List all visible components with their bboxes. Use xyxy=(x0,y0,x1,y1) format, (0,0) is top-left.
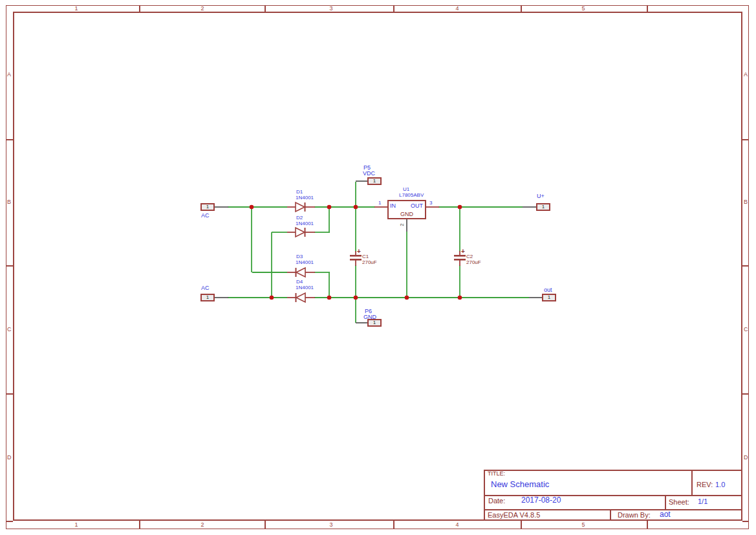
drawn-by-value[interactable]: aot xyxy=(660,510,671,519)
u1-ref[interactable]: U1 xyxy=(403,186,409,192)
drawn-by-label: Drawn By: xyxy=(618,511,651,519)
d2-ref[interactable]: D2 xyxy=(296,215,303,221)
port-p5-vdc[interactable]: 1 xyxy=(367,177,382,185)
date-value[interactable]: 2017-08-20 xyxy=(521,496,561,505)
d1-value[interactable]: 1N4001 xyxy=(296,195,314,201)
port-u-plus[interactable]: 1 xyxy=(536,203,550,211)
date-label: Date: xyxy=(488,497,505,505)
port-ac-top[interactable]: 1 xyxy=(200,203,215,211)
diode-d3-symbol[interactable] xyxy=(296,268,306,277)
port-ac-bottom[interactable]: 1 xyxy=(200,294,215,301)
schematic-drawing xyxy=(0,0,756,535)
port-out[interactable]: 1 xyxy=(542,294,556,301)
schematic-canvas[interactable]: 1 2 3 4 5 1 2 3 4 5 A B C D A B C D xyxy=(0,0,756,535)
port-pin-number: 1 xyxy=(542,204,545,210)
c2-value[interactable]: 270uF xyxy=(466,259,481,265)
port-pin-number: 1 xyxy=(373,320,376,325)
d3-ref[interactable]: D3 xyxy=(296,254,303,259)
net-label-vdc[interactable]: VDC xyxy=(363,170,375,177)
title-block-divider xyxy=(691,470,693,496)
u1-value[interactable]: L7805ABV xyxy=(399,192,424,198)
diode-d2-symbol[interactable] xyxy=(296,228,305,237)
rev-label: REV: xyxy=(697,481,713,488)
sheet-value[interactable]: 1/1 xyxy=(698,497,707,505)
rev-value[interactable]: 1.0 xyxy=(715,481,725,488)
c2-polarity-plus: + xyxy=(461,248,465,255)
u1-pin2-number: 2 xyxy=(399,223,405,226)
port-pin-number: 1 xyxy=(373,178,376,184)
d4-value[interactable]: 1N4001 xyxy=(296,285,314,290)
u1-pin1-number: 1 xyxy=(378,200,381,206)
diode-d1-symbol[interactable] xyxy=(296,202,305,212)
title-block-divider xyxy=(484,509,742,510)
d2-value[interactable]: 1N4001 xyxy=(296,221,314,226)
software-version: EasyEDA V4.8.5 xyxy=(488,511,540,519)
capacitor-c1-symbol[interactable] xyxy=(350,255,362,261)
net-label-gnd[interactable]: GND xyxy=(363,314,376,320)
capacitor-c2-symbol[interactable] xyxy=(454,255,466,261)
net-label-u-plus[interactable]: U+ xyxy=(537,193,545,199)
port-pin-number: 1 xyxy=(206,294,209,300)
net-label-ac-top[interactable]: AC xyxy=(201,212,210,219)
port-pin-number: 1 xyxy=(548,294,550,300)
u1-pin3-number: 3 xyxy=(429,200,432,206)
title-block-title-label: TITLE: xyxy=(488,470,505,477)
sheet-label: Sheet: xyxy=(669,498,689,506)
d4-ref[interactable]: D4 xyxy=(296,279,303,285)
u1-pin-in-label: IN xyxy=(390,202,396,209)
u1-pin-gnd-label: GND xyxy=(387,211,426,217)
port-pin-number: 1 xyxy=(206,204,209,210)
d1-ref[interactable]: D1 xyxy=(296,189,303,195)
c1-polarity-plus: + xyxy=(357,248,361,255)
c2-ref[interactable]: C2 xyxy=(466,254,473,259)
title-block-divider xyxy=(610,509,611,521)
c1-value[interactable]: 270uF xyxy=(362,259,377,265)
u1-pin-out-label: OUT xyxy=(405,202,423,209)
schematic-title[interactable]: New Schematic xyxy=(491,479,549,489)
d3-value[interactable]: 1N4001 xyxy=(296,259,314,265)
c1-ref[interactable]: C1 xyxy=(362,254,369,259)
title-block-divider xyxy=(665,495,666,510)
net-label-ac-bottom[interactable]: AC xyxy=(201,285,210,291)
diode-d4-symbol[interactable] xyxy=(296,293,306,302)
net-label-out[interactable]: out xyxy=(544,287,552,293)
